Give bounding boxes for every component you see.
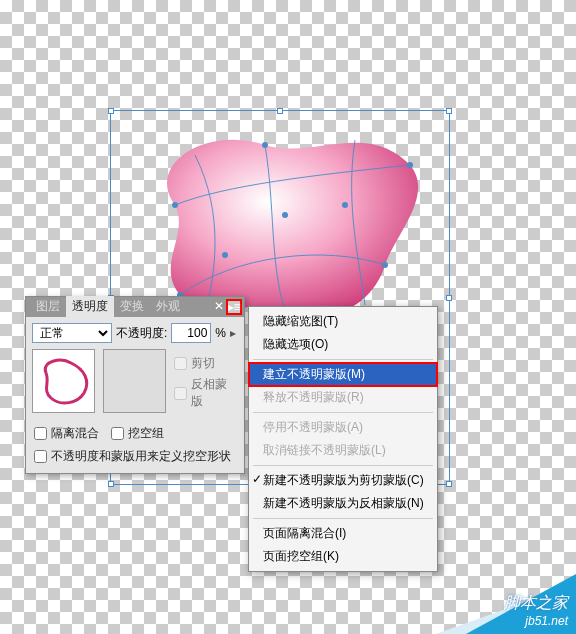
svg-point-2 — [407, 162, 413, 168]
mask-thumbnail[interactable] — [103, 349, 166, 413]
menu-item[interactable]: 页面隔离混合(I) — [249, 522, 437, 545]
svg-point-8 — [222, 252, 228, 258]
object-thumbnail[interactable] — [32, 349, 95, 413]
watermark: 脚本之家 jb51.net — [504, 593, 568, 628]
panel-flyout-menu: 隐藏缩览图(T)隐藏选项(O)建立不透明蒙版(M)释放不透明蒙版(R)停用不透明… — [248, 306, 438, 572]
opacity-stepper-icon[interactable]: ▸ — [230, 326, 236, 340]
svg-point-0 — [172, 202, 178, 208]
menu-item: 释放不透明蒙版(R) — [249, 386, 437, 409]
opacity-suffix: % — [215, 326, 226, 340]
clip-checkbox-row[interactable]: 剪切 — [174, 355, 238, 372]
tab-appearance[interactable]: 外观 — [150, 296, 186, 317]
menu-item[interactable]: 新建不透明蒙版为剪切蒙版(C) — [249, 469, 437, 492]
menu-item: 取消链接不透明蒙版(L) — [249, 439, 437, 462]
tab-transform[interactable]: 变换 — [114, 296, 150, 317]
panel-flyout-button[interactable]: ▸≡ — [226, 299, 242, 315]
opacity-label: 不透明度: — [116, 325, 167, 342]
menu-item[interactable]: 隐藏选项(O) — [249, 333, 437, 356]
opacity-input[interactable] — [171, 323, 211, 343]
svg-point-3 — [382, 262, 388, 268]
define-knockout-checkbox[interactable]: 不透明度和蒙版用来定义挖空形状 — [32, 446, 238, 467]
panel-close-icon[interactable]: ✕ — [214, 299, 224, 313]
menu-item[interactable]: 隐藏缩览图(T) — [249, 310, 437, 333]
invert-checkbox-row[interactable]: 反相蒙版 — [174, 376, 238, 410]
svg-point-1 — [262, 142, 268, 148]
svg-point-7 — [342, 202, 348, 208]
svg-point-6 — [282, 212, 288, 218]
menu-item: 停用不透明蒙版(A) — [249, 416, 437, 439]
menu-item[interactable]: 页面挖空组(K) — [249, 545, 437, 568]
menu-item[interactable]: 建立不透明蒙版(M) — [249, 363, 437, 386]
tab-layers[interactable]: 图层 — [30, 296, 66, 317]
transparency-panel: 图层 透明度 变换 外观 ✕ ▸≡ 正常 不透明度: % ▸ 剪切 反相蒙版 隔… — [25, 296, 245, 474]
knockout-checkbox[interactable]: 挖空组 — [111, 425, 164, 442]
panel-tab-row: 图层 透明度 变换 外观 ✕ ▸≡ — [26, 297, 244, 317]
blend-mode-select[interactable]: 正常 — [32, 323, 112, 343]
tab-transparency[interactable]: 透明度 — [66, 296, 114, 317]
menu-item[interactable]: 新建不透明蒙版为反相蒙版(N) — [249, 492, 437, 515]
isolate-checkbox[interactable]: 隔离混合 — [34, 425, 99, 442]
